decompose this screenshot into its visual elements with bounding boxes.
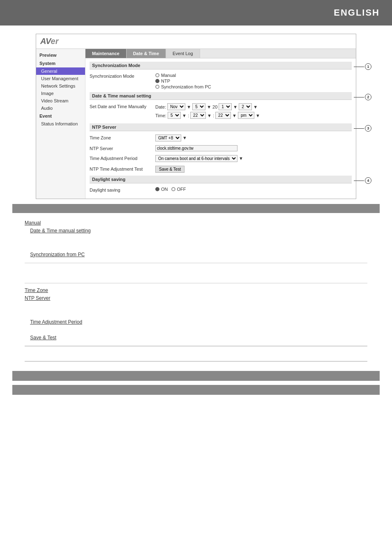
day-select[interactable]: 5 — [192, 103, 205, 110]
ntp-test-row: NTP Time Adjustment Test Save & Test — [90, 165, 352, 174]
period-value: On camera boot and at 6-hour intervals ▼ — [155, 155, 352, 162]
daylight-section-title: Daylight saving — [90, 176, 352, 183]
camera-ui-body: Preview System General User Management N… — [36, 49, 356, 199]
time-row: Time: 5 ▼ : 22 ▼ : — [155, 112, 352, 119]
callout-2-circle: 2 — [365, 94, 371, 100]
radio-ntp-dot — [155, 79, 159, 83]
callout-3-line — [354, 128, 364, 129]
camera-ui-panel: AVer Preview System General User Managem… — [36, 34, 356, 199]
desc-block-2 — [25, 266, 367, 279]
month-select[interactable]: Nov — [167, 103, 185, 110]
desc-1-sync-pc: Synchronization from PC — [30, 252, 85, 257]
ntp-test-btn-wrap: Save & Test — [155, 166, 352, 173]
date-sep2: ▼ — [207, 104, 211, 109]
sidebar-item-image[interactable]: Image — [36, 90, 85, 97]
radio-manual-dot — [155, 73, 159, 77]
radio-manual-label: Manual — [161, 73, 176, 78]
radio-on-label: ON — [161, 187, 168, 192]
datetime-row: Set Date and Time Manually Date: Nov ▼ — [90, 102, 352, 121]
sync-radio-manual[interactable]: Manual — [155, 73, 352, 78]
desc-3-timezone: Time Zone — [25, 287, 48, 293]
desc-1-spacer — [25, 235, 367, 243]
desc-3-spacer3 — [25, 326, 367, 334]
desc-1-line3 — [25, 243, 367, 251]
callout-1-line — [354, 67, 364, 67]
period-select[interactable]: On camera boot and at 6-hour intervals — [155, 155, 238, 162]
callout-3: 3 — [354, 125, 371, 132]
sidebar-item-video-stream[interactable]: Video Stream — [36, 97, 85, 104]
sync-mode-row: Synchronization Mode Manual N — [90, 72, 352, 90]
sync-radio-ntp[interactable]: NTP — [155, 79, 352, 83]
tab-date-time[interactable]: Date & Time — [127, 49, 166, 58]
timezone-select[interactable]: GMT +8 — [155, 134, 181, 141]
tz-arrow: ▼ — [182, 135, 187, 140]
datetime-value: Date: Nov ▼ 5 ▼ 20 — [155, 103, 352, 120]
desc-3-spacer2 — [25, 310, 367, 318]
date-sep4: ▼ — [253, 104, 258, 109]
sidebar-item-general[interactable]: General — [36, 67, 85, 75]
daylight-radio-off[interactable]: OFF — [171, 187, 186, 192]
bottom-bar-1 — [12, 371, 380, 381]
main-container: AVer Preview System General User Managem… — [0, 25, 392, 403]
ampm-sep: ▼ — [256, 113, 260, 118]
callout-3-circle: 3 — [365, 125, 371, 132]
tab-event-log[interactable]: Event Log — [166, 49, 200, 58]
radio-on-dot — [155, 187, 159, 191]
ntp-test-label: NTP Time Adjustment Test — [90, 166, 155, 171]
desc-3-line4: Save & Test — [25, 334, 367, 342]
desc-block-1: Manual Date & Time manual setting Synchr… — [25, 219, 367, 259]
date-text: Date: — [155, 104, 166, 109]
timezone-value: GMT +8 ▼ — [155, 134, 352, 141]
sidebar-item-user-management[interactable]: User Management — [36, 75, 85, 82]
desc-1-datetime-setting: Date & Time manual setting — [30, 228, 90, 234]
ntp-server-label: NTP Server — [90, 145, 155, 151]
desc-1-line2: Date & Time manual setting — [25, 227, 367, 235]
sync-radio-pc[interactable]: Synchronization from PC — [155, 84, 352, 89]
sidebar-item-network-settings[interactable]: Network Settings — [36, 82, 85, 90]
save-test-button[interactable]: Save & Test — [155, 166, 184, 173]
callout-1-circle: 1 — [365, 63, 371, 70]
ntp-server-row: NTP Server — [90, 144, 352, 152]
daylight-value: ON OFF — [155, 187, 352, 192]
sync-radio-group: Manual NTP Synchronization from PC — [155, 73, 352, 89]
min-select[interactable]: 22 — [190, 112, 206, 119]
desc-3-period: Time Adjustment Period — [30, 319, 82, 325]
desc-3-spacer1 — [25, 302, 367, 310]
daylight-radio-on[interactable]: ON — [155, 187, 168, 192]
desc-3-ntp-server: NTP Server — [25, 295, 50, 301]
sidebar-preview-label: Preview — [36, 51, 85, 59]
ampm-select[interactable]: pm — [238, 112, 254, 119]
desc-1-line1: Manual — [25, 219, 367, 227]
ntp-server-input[interactable] — [155, 145, 238, 151]
sync-section-title: Synchronization Mode — [90, 62, 352, 70]
sidebar-event-label: Event — [36, 112, 85, 120]
callout-4: 4 — [354, 177, 371, 184]
period-arrow: ▼ — [239, 156, 243, 161]
spacer-bottom — [12, 381, 380, 385]
daylight-radio-group: ON OFF — [155, 187, 352, 192]
camera-ui-header: AVer — [36, 34, 356, 49]
year2-select[interactable]: 2 — [239, 103, 252, 110]
spacer-4 — [25, 350, 367, 358]
sidebar: Preview System General User Management N… — [36, 49, 85, 199]
callout-4-line — [354, 181, 364, 181]
ntp-section-title: NTP Server — [90, 123, 352, 131]
tabs-bar: Maintenance Date & Time Event Log — [85, 49, 356, 58]
tab-maintenance[interactable]: Maintenance — [85, 49, 127, 58]
radio-pc-dot — [155, 85, 159, 89]
ntp-server-value — [155, 145, 352, 151]
sync-mode-label: Synchronization Mode — [90, 73, 155, 79]
sec-select[interactable]: 22 — [215, 112, 231, 119]
datetime-section-title: Date & Time manual setting — [90, 92, 352, 100]
date-sep3: ▼ — [233, 104, 238, 109]
date-row: Date: Nov ▼ 5 ▼ 20 — [155, 103, 352, 110]
hour-select[interactable]: 5 — [168, 112, 181, 119]
year-part: 20 — [212, 104, 217, 109]
sidebar-item-audio[interactable]: Audio — [36, 104, 85, 112]
desc-block-3: Time Zone NTP Server Time Adjustment Per… — [25, 287, 367, 342]
radio-off-label: OFF — [177, 187, 186, 192]
time-text: Time: — [155, 113, 166, 118]
year1-select[interactable]: 1 — [219, 103, 232, 110]
sidebar-item-status-information[interactable]: Status Information — [36, 120, 85, 127]
language-banner: ENGLISH — [0, 0, 392, 25]
